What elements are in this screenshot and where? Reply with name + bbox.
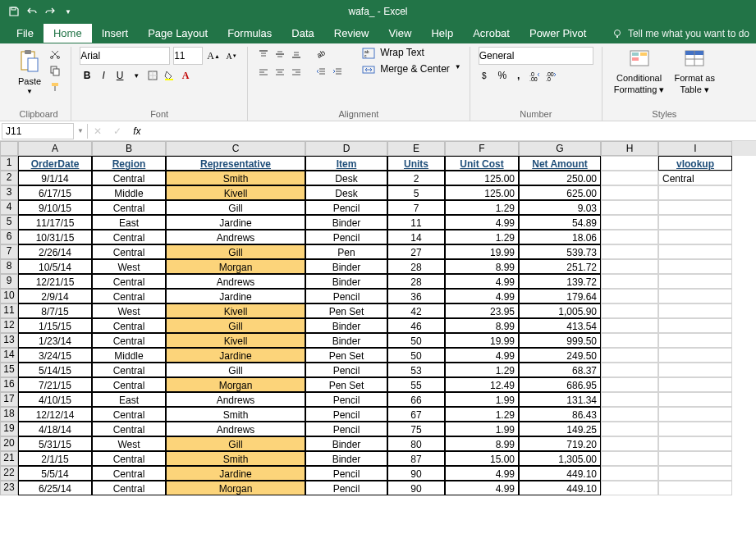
row-header-10[interactable]: 10 bbox=[0, 289, 18, 303]
font-name-select[interactable] bbox=[80, 47, 170, 65]
fill-color-button[interactable] bbox=[162, 68, 176, 83]
number-format-select[interactable] bbox=[479, 47, 593, 65]
cell[interactable]: 5 bbox=[387, 185, 445, 200]
cell[interactable]: 250.00 bbox=[519, 171, 601, 185]
cell[interactable]: 131.34 bbox=[519, 392, 601, 407]
cell[interactable] bbox=[601, 333, 658, 348]
tab-file[interactable]: File bbox=[7, 24, 44, 43]
row-header-1[interactable]: 1 bbox=[0, 156, 18, 171]
wrap-text-button[interactable]: abc Wrap Text bbox=[362, 47, 461, 60]
cell[interactable]: 27 bbox=[387, 244, 445, 259]
cell[interactable]: Central bbox=[92, 200, 166, 215]
cell[interactable]: 1.29 bbox=[445, 230, 519, 244]
cut-button[interactable] bbox=[48, 47, 62, 62]
cell[interactable]: 449.10 bbox=[519, 481, 601, 495]
cell[interactable]: Central bbox=[92, 333, 166, 348]
cell[interactable] bbox=[658, 274, 732, 289]
cell[interactable]: 4.99 bbox=[445, 466, 519, 481]
tell-me[interactable]: Tell me what you want to do bbox=[612, 28, 749, 39]
cell[interactable]: Kivell bbox=[166, 185, 305, 200]
cell[interactable] bbox=[658, 303, 732, 318]
cell[interactable] bbox=[658, 363, 732, 377]
cell[interactable]: 2 bbox=[387, 171, 445, 185]
orientation-button[interactable]: ab bbox=[314, 47, 328, 62]
cell[interactable] bbox=[658, 230, 732, 244]
cell[interactable]: 4.99 bbox=[445, 348, 519, 363]
cell[interactable]: 686.95 bbox=[519, 377, 601, 392]
cell[interactable]: 42 bbox=[387, 303, 445, 318]
cell[interactable] bbox=[601, 185, 658, 200]
cell[interactable]: 5/31/15 bbox=[18, 436, 92, 451]
cell[interactable]: 10/5/14 bbox=[18, 259, 92, 274]
cell[interactable]: 12/21/15 bbox=[18, 274, 92, 289]
cell[interactable]: Gill bbox=[166, 363, 305, 377]
cell[interactable]: 149.25 bbox=[519, 422, 601, 436]
align-middle-button[interactable] bbox=[273, 47, 287, 62]
cell[interactable] bbox=[658, 407, 732, 422]
cell[interactable]: Binder bbox=[305, 333, 387, 348]
row-header-13[interactable]: 13 bbox=[0, 333, 18, 348]
font-color-button[interactable]: A bbox=[178, 68, 193, 83]
cell[interactable]: 11/17/15 bbox=[18, 215, 92, 230]
comma-button[interactable]: , bbox=[511, 68, 526, 83]
cell[interactable]: Pencil bbox=[305, 289, 387, 303]
header-region[interactable]: Region bbox=[92, 156, 166, 171]
cell[interactable]: 68.37 bbox=[519, 363, 601, 377]
cell[interactable]: 1/23/14 bbox=[18, 333, 92, 348]
cell[interactable] bbox=[658, 289, 732, 303]
align-left-button[interactable] bbox=[256, 65, 271, 80]
cell[interactable]: 1.29 bbox=[445, 363, 519, 377]
column-header-H[interactable]: H bbox=[601, 141, 658, 156]
font-size-select[interactable] bbox=[173, 47, 203, 65]
increase-indent-button[interactable] bbox=[330, 65, 345, 80]
cell[interactable]: 87 bbox=[387, 451, 445, 466]
merge-center-button[interactable]: Merge & Center ▼ bbox=[362, 63, 461, 76]
italic-button[interactable]: I bbox=[96, 68, 111, 83]
tab-help[interactable]: Help bbox=[421, 24, 463, 43]
cell[interactable]: Morgan bbox=[166, 481, 305, 495]
row-header-17[interactable]: 17 bbox=[0, 392, 18, 407]
cell[interactable]: Binder bbox=[305, 259, 387, 274]
formula-input[interactable] bbox=[147, 124, 756, 139]
cell[interactable]: Central bbox=[92, 481, 166, 495]
cell[interactable]: 2/9/14 bbox=[18, 289, 92, 303]
header-representative[interactable]: Representative bbox=[166, 156, 305, 171]
row-header-21[interactable]: 21 bbox=[0, 451, 18, 466]
column-header-B[interactable]: B bbox=[92, 141, 166, 156]
format-painter-button[interactable] bbox=[48, 80, 62, 94]
cell[interactable] bbox=[658, 333, 732, 348]
cell[interactable]: Gill bbox=[166, 244, 305, 259]
cell[interactable]: 1.99 bbox=[445, 392, 519, 407]
redo-icon[interactable] bbox=[43, 4, 57, 19]
cell[interactable] bbox=[601, 318, 658, 333]
qat-dropdown-icon[interactable]: ▼ bbox=[61, 4, 76, 19]
cell[interactable] bbox=[658, 377, 732, 392]
cell[interactable]: 4/18/14 bbox=[18, 422, 92, 436]
cell[interactable] bbox=[601, 377, 658, 392]
tab-acrobat[interactable]: Acrobat bbox=[463, 24, 520, 43]
cell[interactable]: Jardine bbox=[166, 348, 305, 363]
cell[interactable]: 75 bbox=[387, 422, 445, 436]
row-header-11[interactable]: 11 bbox=[0, 303, 18, 318]
cell[interactable]: Smith bbox=[166, 407, 305, 422]
cell[interactable]: 249.50 bbox=[519, 348, 601, 363]
cell[interactable]: 19.99 bbox=[445, 333, 519, 348]
column-header-F[interactable]: F bbox=[445, 141, 519, 156]
cell[interactable] bbox=[658, 259, 732, 274]
cell[interactable]: Pencil bbox=[305, 363, 387, 377]
cell[interactable]: 719.20 bbox=[519, 436, 601, 451]
cell[interactable] bbox=[601, 422, 658, 436]
cell[interactable] bbox=[601, 451, 658, 466]
name-box[interactable] bbox=[2, 123, 74, 139]
cell[interactable]: Pencil bbox=[305, 200, 387, 215]
header-vlookup[interactable]: vlookup bbox=[658, 156, 732, 171]
cell[interactable]: Binder bbox=[305, 318, 387, 333]
cell[interactable] bbox=[658, 451, 732, 466]
cell[interactable] bbox=[658, 392, 732, 407]
cell[interactable]: Central bbox=[92, 230, 166, 244]
increase-decimal-button[interactable]: .0.00 bbox=[528, 68, 543, 83]
cell[interactable]: 2/26/14 bbox=[18, 244, 92, 259]
row-header-19[interactable]: 19 bbox=[0, 422, 18, 436]
cell[interactable] bbox=[601, 303, 658, 318]
cell[interactable]: 14 bbox=[387, 230, 445, 244]
